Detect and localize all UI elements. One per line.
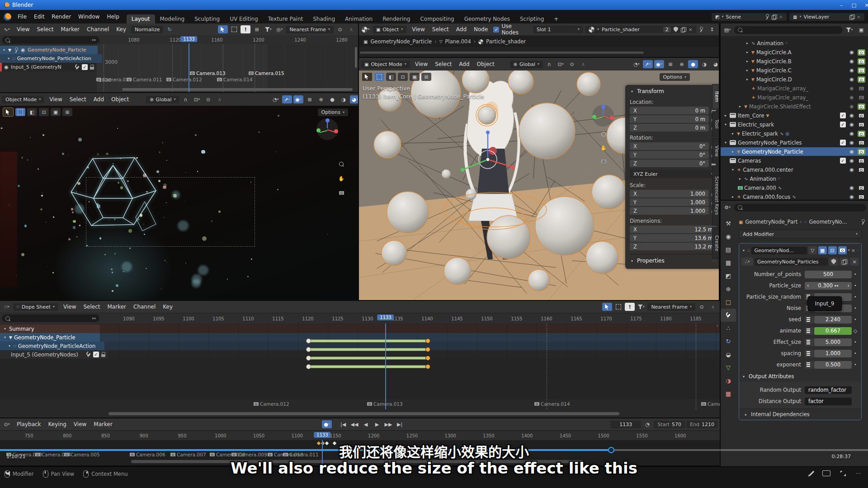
field-value[interactable]: 0.500 [814,361,852,369]
outliner-item-cameras[interactable]: Cameras✓◉ [721,156,868,165]
disable-render-icon[interactable] [858,103,865,110]
properties-tab-world[interactable]: ⊕ [721,282,736,296]
disable-render-icon[interactable] [858,167,865,173]
tl-menu-keying[interactable]: Keying [45,421,70,427]
modifier-expand-icon[interactable]: ▾ [741,249,746,253]
channel-enable-checkbox[interactable]: ✓ [82,64,88,70]
particle-sphere[interactable] [382,240,407,266]
particle-sphere[interactable] [487,216,530,259]
marker-camera-014[interactable]: Camera.014 [534,401,570,407]
visibility-checkbox[interactable]: ✓ [840,122,846,127]
shading-material-icon[interactable]: ◑ [339,95,349,103]
viewlayer-copy-icon[interactable] [849,14,854,19]
material-users-count[interactable]: 2 [663,27,671,33]
transform-orientation-dropdown[interactable]: ⊕Global▾ [146,96,179,103]
dope-mode-dropdown[interactable]: ∷Dope Sheet▾ [13,303,58,311]
disable-render-icon[interactable] [858,58,865,65]
graph-menu-key[interactable]: Key [113,26,130,33]
shading-solid-icon[interactable]: ● [688,60,698,68]
field-value[interactable]: 5.000 [814,338,852,346]
shading-rendered-icon[interactable]: ◕ [711,60,719,68]
dope-menu-select[interactable]: Select [80,304,104,310]
transform-orientation-dropdown[interactable]: ⊕Global▾ [510,61,543,68]
hide-viewport-icon[interactable]: ◉ [848,149,856,155]
fake-user-icon[interactable] [674,27,678,32]
normalize-button[interactable]: Normalize [131,26,163,33]
dimensions-y-field[interactable]: Y13.6 m [630,234,717,242]
node-menu-add[interactable]: Add [453,26,470,33]
shading-material-icon[interactable]: ◑ [699,60,709,68]
graph-plot-area[interactable] [97,44,358,92]
prev-keyframe-button[interactable]: ◀◀ [349,420,359,428]
disable-render-icon[interactable] [858,131,865,137]
modifier-extras-dropdown[interactable]: ▾ [848,249,850,252]
graph-h-scrollbar[interactable] [122,88,353,91]
overlays-toggle-icon[interactable]: ◉▾ [654,60,664,68]
camera-view-icon[interactable] [599,157,609,165]
breadcrumb-object[interactable]: GeometryNode_Particle [370,38,432,45]
vpc-menu-select[interactable]: Select [431,61,455,67]
workspace-tab-scripting[interactable]: Scripting [515,14,549,23]
scene-selector[interactable]: ◩▾ Scene × [712,13,787,21]
keyframe-decorator[interactable]: • [852,306,859,310]
snap-target-icon[interactable]: ⊡▾ [556,60,566,68]
close-button[interactable]: × [862,1,868,9]
keyframe-decorator[interactable]: • [852,340,859,344]
workspace-tab-compositing[interactable]: Compositing [415,14,459,23]
scale-z-field[interactable]: Z1.000 [630,207,709,215]
shading-solid-icon[interactable]: ● [327,95,337,103]
select-mode-icon[interactable]: ⊞ [62,108,72,116]
disclosure-icon[interactable]: ▸ [745,68,750,72]
outliner-item-animation[interactable]: ▸∿Animation∷ [721,39,868,47]
falloff-curve-icon[interactable]: ∧ [346,25,356,33]
particle-sphere[interactable] [535,197,594,255]
particle-sphere[interactable] [528,269,550,291]
dope-menu-marker[interactable]: Marker [104,304,130,310]
new-collection-icon[interactable]: ▣ [856,26,866,34]
disclosure-icon[interactable]: ▸ [738,177,742,181]
outliner-item-electric-spark[interactable]: ▸▼Electric_spark∿◎◉ [721,129,868,138]
marker-camera-012[interactable]: Camera.012 [254,401,289,407]
properties-tab-particles[interactable]: ∴ [721,322,736,335]
disclosure-icon[interactable]: ▾ [731,168,735,172]
particle-sphere[interactable] [442,169,451,178]
fake-user-icon[interactable] [829,258,838,266]
timeline-ruler[interactable]: 7508008509009501000105011001150120012501… [0,431,720,440]
visibility-checkbox[interactable]: ✓ [840,158,846,164]
channel-enable-checkbox[interactable]: ✓ [93,352,99,357]
disclosure-icon[interactable]: ▸ [738,104,742,108]
particle-sphere[interactable] [577,72,600,96]
dimensions-x-field[interactable]: X12.5 m [630,225,717,233]
graph-channel-object[interactable]: ▾▼◉ GeometryNode_Particle [0,46,98,54]
disable-render-icon[interactable] [858,76,865,83]
normalize-sync-icon[interactable]: ↻ [165,25,175,33]
maximize-button[interactable]: □ [849,1,859,9]
select-tool-icon[interactable] [602,303,612,311]
location-y-field[interactable]: Y0 m [630,115,709,123]
hide-viewport-icon[interactable]: ◉ [848,185,856,191]
render-toggle-icon[interactable] [838,246,847,254]
proportional-edit-icon[interactable]: ⊙ [335,25,345,33]
mode-dropdown[interactable]: Object Mode▾ [2,96,44,103]
properties-tab-constraints[interactable]: ◒ [721,348,736,361]
workspace-tab-animation[interactable]: Animation [340,14,377,23]
shading-rendered-icon[interactable]: ◕▾ [350,95,358,103]
field-value[interactable]: 1.000 [814,350,852,357]
hide-viewport-icon[interactable]: ◉ [848,113,856,118]
viewlayer-selector[interactable]: ▦▾ ViewLayer × [789,13,864,21]
properties-tab-material[interactable]: ◑ [721,374,736,387]
dope-menu-view[interactable]: View [60,304,80,310]
dope-row-action[interactable]: ▾∷GeometryNode_ParticleAction [0,342,720,350]
workspace-tab-uv-editing[interactable]: UV Editing [225,14,263,23]
dope-menu-key[interactable]: Key [159,304,176,310]
workspace-tab-texture-paint[interactable]: Texture Paint [263,14,308,23]
location-x-field[interactable]: X0 m [630,107,709,114]
properties-tab-modifiers[interactable] [721,309,736,322]
options-dropdown[interactable]: Options▾ [318,108,348,116]
modifier-name-field[interactable]: GeometryNod... [751,247,807,254]
outliner-item-magiccircle-a[interactable]: ▸▼MagicCircle.A◉ [721,48,868,56]
dope-playhead[interactable] [385,324,386,409]
zoom-icon[interactable] [336,160,346,168]
workspace-tab-shading[interactable]: Shading [308,14,340,23]
outliner-item-magircircle-shieldeffect[interactable]: ▸▼MagirCircle.ShieldEffect◉ [721,102,868,111]
